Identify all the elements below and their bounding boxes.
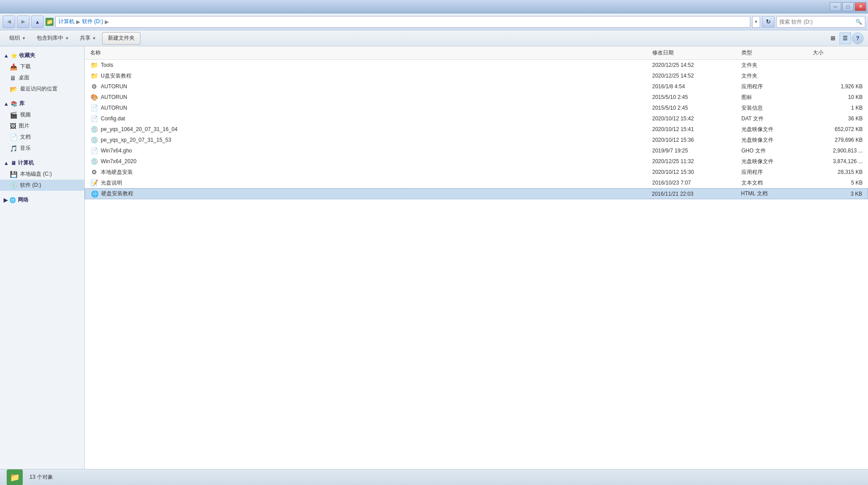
back-button[interactable]: ◀: [3, 16, 15, 28]
forward-button[interactable]: ▶: [17, 16, 29, 28]
file-type: 光盘映像文件: [740, 125, 811, 134]
toolbar: 组织 ▼ 包含到库中 ▼ 共享 ▼ 新建文件夹 ⊞ ☰ ?: [0, 30, 868, 46]
sidebar-item-image[interactable]: 🖼 图片: [0, 120, 84, 132]
breadcrumb-dropdown[interactable]: ▼: [752, 16, 760, 28]
breadcrumb[interactable]: 计算机 ▶ 软件 (D:) ▶: [55, 16, 750, 28]
app-icon: 📁: [7, 469, 23, 485]
file-date: 2020/10/12 15:30: [650, 169, 740, 176]
network-section: ▶ 🌐 网络: [0, 194, 84, 206]
favorites-collapse-icon: ▲: [4, 53, 9, 59]
maximize-button[interactable]: □: [842, 2, 854, 11]
file-size: 279,696 KB: [811, 136, 864, 144]
image-icon: 🖼: [10, 123, 16, 130]
file-date: 2020/12/25 11:32: [650, 158, 740, 165]
file-type-icon: 🎨: [90, 94, 98, 101]
file-list: 📁 Tools 2020/12/25 14:52 文件夹 📁 U盘安装教程 20…: [85, 60, 868, 199]
table-row[interactable]: ⚙ AUTORUN 2016/1/8 4:54 应用程序 1,926 KB: [85, 81, 868, 92]
organize-label: 组织: [9, 34, 20, 42]
file-name: AUTORUN: [101, 94, 127, 100]
sidebar-item-music[interactable]: 🎵 音乐: [0, 143, 84, 154]
minimize-button[interactable]: ─: [830, 2, 841, 11]
table-row[interactable]: 💿 Win7x64_2020 2020/12/25 11:32 光盘映像文件 3…: [85, 156, 868, 167]
search-icon[interactable]: 🔍: [856, 19, 862, 25]
file-size: 2,900,813 ...: [811, 147, 864, 154]
col-name-header[interactable]: 名称: [88, 48, 650, 58]
computer-section-icon: 🖥: [11, 160, 16, 166]
organize-arrow: ▼: [22, 36, 26, 41]
table-row[interactable]: 📄 Win7x64.gho 2019/9/7 19:25 GHO 文件 2,90…: [85, 145, 868, 156]
share-button[interactable]: 共享 ▼: [75, 32, 101, 45]
computer-crumb[interactable]: 计算机: [58, 18, 74, 25]
view-list-button[interactable]: ☰: [839, 33, 851, 44]
close-button[interactable]: ✕: [855, 2, 866, 11]
library-collapse-icon: ▲: [4, 101, 9, 107]
table-row[interactable]: 💿 pe_yqs_xp_20_07_31_15_53 2020/10/12 15…: [85, 135, 868, 145]
sidebar-item-desktop[interactable]: 🖥 桌面: [0, 72, 84, 83]
status-object-count: 13 个对象: [29, 473, 53, 481]
favorites-header[interactable]: ▲ ⭐ 收藏夹: [0, 50, 84, 61]
computer-header[interactable]: ▲ 🖥 计算机: [0, 157, 84, 169]
file-size: 652,072 KB: [811, 126, 864, 133]
table-row[interactable]: 📄 AUTORUN 2015/5/10 2:45 安装信息 1 KB: [85, 103, 868, 113]
up-button[interactable]: ▲: [31, 16, 44, 28]
file-name: 本地硬盘安装: [101, 169, 133, 176]
file-type: 光盘映像文件: [740, 157, 811, 166]
table-row[interactable]: 📄 Config.dat 2020/10/12 15:42 DAT 文件 36 …: [85, 113, 868, 124]
drive-crumb[interactable]: 软件 (D:): [82, 18, 103, 25]
share-arrow: ▼: [92, 36, 96, 41]
table-row[interactable]: 📝 光盘说明 2016/10/23 7:07 文本文档 5 KB: [85, 177, 868, 188]
table-row[interactable]: 🌐 硬盘安装教程 2016/11/21 22:03 HTML 文档 3 KB: [85, 188, 868, 199]
include-library-arrow: ▼: [65, 36, 69, 41]
file-type: DAT 文件: [740, 115, 811, 123]
table-row[interactable]: ⚙ 本地硬盘安装 2020/10/12 15:30 应用程序 28,315 KB: [85, 167, 868, 177]
file-type-icon: ⚙: [90, 83, 98, 90]
share-label: 共享: [80, 34, 91, 42]
file-date: 2020/10/12 15:36: [650, 136, 740, 144]
d-drive-icon: 💿: [10, 182, 17, 189]
network-label: 网络: [18, 196, 29, 204]
organize-button[interactable]: 组织 ▼: [4, 32, 31, 45]
include-library-button[interactable]: 包含到库中 ▼: [32, 32, 74, 45]
col-date-header[interactable]: 修改日期: [650, 48, 740, 58]
file-type: 文本文档: [740, 179, 811, 187]
table-row[interactable]: 🎨 AUTORUN 2015/5/10 2:45 图标 10 KB: [85, 92, 868, 103]
file-size: 36 KB: [811, 115, 864, 122]
status-icon: 📁: [5, 470, 24, 485]
file-date: 2020/10/12 15:42: [650, 115, 740, 122]
search-input[interactable]: [779, 19, 854, 25]
sidebar-item-recent[interactable]: 📂 最近访问的位置: [0, 83, 84, 95]
sidebar-item-doc[interactable]: 📄 文档: [0, 132, 84, 143]
file-name: pe_yqs_1064_20_07_31_16_04: [101, 126, 177, 132]
col-type-header[interactable]: 类型: [740, 48, 811, 58]
file-type: 图标: [740, 93, 811, 102]
file-type-icon: ⚙: [90, 169, 98, 176]
file-name: AUTORUN: [101, 105, 127, 111]
file-name-cell: 💿 pe_yqs_xp_20_07_31_15_53: [88, 136, 650, 144]
help-button[interactable]: ?: [852, 33, 864, 44]
table-row[interactable]: 📁 Tools 2020/12/25 14:52 文件夹: [85, 60, 868, 70]
table-row[interactable]: 📁 U盘安装教程 2020/12/25 14:52 文件夹: [85, 70, 868, 81]
library-header[interactable]: ▲ 📚 库: [0, 98, 84, 109]
file-name: Config.dat: [101, 115, 125, 122]
table-row[interactable]: 💿 pe_yqs_1064_20_07_31_16_04 2020/10/12 …: [85, 124, 868, 135]
file-name: 硬盘安装教程: [101, 190, 133, 197]
network-header[interactable]: ▶ 🌐 网络: [0, 194, 84, 206]
breadcrumb-sep-1: ▶: [76, 19, 80, 25]
sidebar-item-c-drive[interactable]: 💾 本地磁盘 (C:): [0, 169, 84, 180]
file-size: 1 KB: [811, 104, 864, 111]
sidebar-item-video[interactable]: 🎬 视频: [0, 109, 84, 120]
refresh-button[interactable]: ↻: [762, 16, 774, 28]
new-folder-button[interactable]: 新建文件夹: [102, 32, 140, 45]
col-size-header[interactable]: 大小: [811, 48, 864, 58]
network-collapse-icon: ▶: [4, 197, 8, 203]
file-size: 3 KB: [810, 190, 864, 197]
music-icon: 🎵: [10, 145, 17, 152]
file-name-cell: ⚙ 本地硬盘安装: [88, 168, 650, 177]
file-date: 2016/11/21 22:03: [650, 190, 739, 197]
address-bar: ◀ ▶ ▲ 📁 计算机 ▶ 软件 (D:) ▶ ▼ ↻ 🔍: [0, 13, 868, 30]
view-toggle-button[interactable]: ⊞: [827, 33, 839, 44]
c-drive-icon: 💾: [10, 171, 17, 178]
sidebar-item-d-drive[interactable]: 💿 软件 (D:): [0, 180, 84, 191]
sidebar-item-download[interactable]: 📥 下载: [0, 61, 84, 72]
title-bar-buttons: ─ □ ✕: [830, 2, 866, 11]
